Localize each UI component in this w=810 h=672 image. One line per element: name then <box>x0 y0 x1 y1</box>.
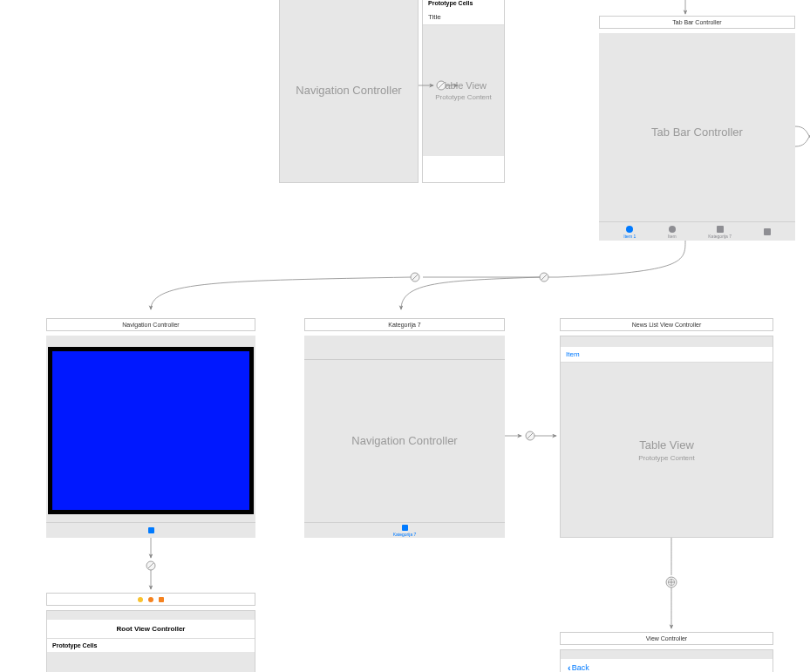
tab-item-icon[interactable] <box>402 525 408 531</box>
scene-title: Kategorija 7 <box>304 318 505 331</box>
svg-line-15 <box>148 563 153 568</box>
tab-bar[interactable] <box>46 522 255 538</box>
scene-top-nav[interactable]: Navigation Controller <box>279 0 419 183</box>
scene-mid-kategorija[interactable]: Kategorija 7 Navigation Controller Kateg… <box>304 318 505 538</box>
table-view-sub: Prototype Content <box>561 454 773 462</box>
svg-line-11 <box>528 433 533 438</box>
tab-item-label: Item 1 <box>623 234 636 239</box>
scene-root-vc[interactable]: Root View Controller Prototype Cells <box>46 593 255 672</box>
storyboard-canvas[interactable]: { "top_nav": { "title": "Navigation Cont… <box>0 0 810 672</box>
tab-item[interactable]: Item <box>668 226 677 239</box>
prototype-row-title[interactable]: Title <box>423 10 504 25</box>
scene-title: Tab Bar Controller <box>599 16 795 29</box>
table-view-label: Table View <box>561 438 773 451</box>
scene-mid-nav-left[interactable]: Navigation Controller <box>46 318 255 538</box>
svg-line-6 <box>412 275 418 280</box>
tab-item-label: Item <box>668 234 677 239</box>
nav-item-label[interactable]: Item <box>561 347 773 363</box>
nav-controller-label: Navigation Controller <box>280 83 418 96</box>
first-responder-icon[interactable] <box>148 597 153 602</box>
chevron-left-icon: ‹ <box>568 662 571 672</box>
prototype-cells-header: Prototype Cells <box>47 639 255 652</box>
svg-line-8 <box>541 275 547 280</box>
table-view-label: Table View <box>423 80 504 91</box>
tab-item[interactable]: Item 1 <box>623 226 636 239</box>
svg-point-20 <box>668 579 674 585</box>
scene-title: View Controller <box>560 632 773 645</box>
scene-tab-bar[interactable]: Tab Bar Controller Tab Bar Controller It… <box>599 16 795 241</box>
exit-icon[interactable] <box>159 597 164 602</box>
tab-item-icon <box>626 226 633 233</box>
tab-item-icon[interactable] <box>148 527 154 533</box>
scene-view-controller[interactable]: View Controller ‹ Back <box>560 632 773 672</box>
tab-item-label: Kategorija 7 <box>393 532 417 537</box>
svg-point-17 <box>666 577 677 587</box>
tab-item-label: Kategorija 7 <box>708 234 732 239</box>
table-view-sub: Prototype Content <box>423 93 504 101</box>
scene-news-list[interactable]: News List View Controller Item Table Vie… <box>560 318 773 538</box>
back-label: Back <box>572 663 589 672</box>
tab-item[interactable]: Kategorija 7 <box>708 226 732 239</box>
back-button[interactable]: ‹ Back <box>561 659 773 672</box>
scene-title: Navigation Controller <box>46 318 255 331</box>
tab-bar[interactable]: Item 1ItemKategorija 7 <box>599 221 795 241</box>
tab-bar[interactable]: Kategorija 7 <box>304 522 505 538</box>
svg-point-7 <box>540 273 548 282</box>
scene-header-icons[interactable] <box>46 593 255 606</box>
svg-point-10 <box>526 431 534 440</box>
svg-point-14 <box>146 561 155 570</box>
tab-item-icon <box>764 228 771 235</box>
root-vc-title: Root View Controller <box>47 620 255 639</box>
scene-title: News List View Controller <box>560 318 773 331</box>
scene-icon[interactable] <box>138 597 143 602</box>
navigation-bar <box>304 344 505 360</box>
blue-view[interactable] <box>48 347 254 514</box>
tab-controller-label: Tab Bar Controller <box>599 126 795 139</box>
prototype-cells-header: Prototype Cells <box>423 0 504 10</box>
nav-controller-label: Navigation Controller <box>304 434 505 447</box>
tab-item-icon <box>717 226 724 233</box>
tab-item[interactable] <box>764 228 771 236</box>
scene-top-table[interactable]: Prototype Cells Title Table View Prototy… <box>422 0 505 183</box>
svg-point-5 <box>411 273 419 282</box>
tab-item-icon <box>669 226 676 233</box>
